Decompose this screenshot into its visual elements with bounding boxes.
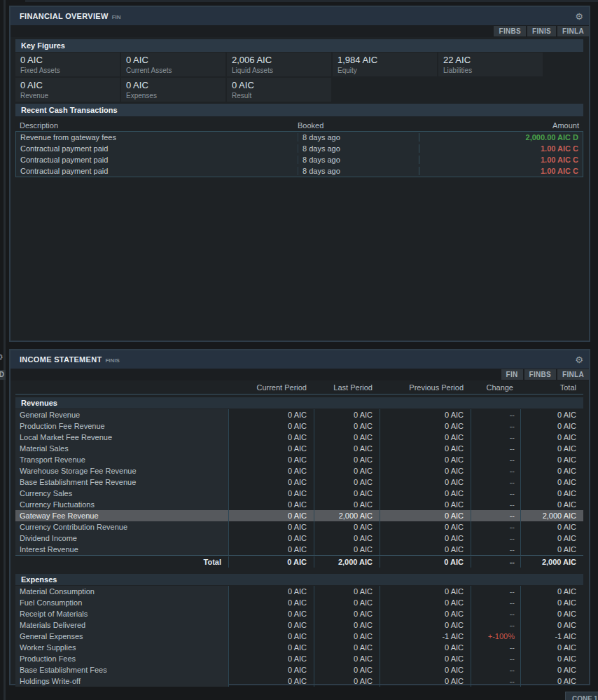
income-statement-row[interactable]: Fuel Consumption0 AIC0 AIC0 AIC--0 AIC bbox=[15, 597, 583, 608]
income-statement-row[interactable]: Dividend Income0 AIC0 AIC0 AIC--0 AIC bbox=[15, 533, 583, 544]
income-statement-row[interactable]: Currency Contribution Revenue0 AIC0 AIC0… bbox=[15, 521, 583, 533]
key-figure-label: Fixed Assets bbox=[20, 67, 120, 74]
row-value: -- bbox=[471, 619, 520, 631]
total-value: -- bbox=[471, 556, 520, 568]
command-button-bar: FINFINBSFINLA bbox=[11, 369, 589, 380]
row-value: -- bbox=[471, 608, 520, 619]
window-command-code: FIN bbox=[112, 14, 121, 20]
income-statement-row[interactable]: General Expenses0 AIC0 AIC-1 AIC+-100%-1… bbox=[15, 631, 583, 642]
row-value: 0 AIC bbox=[520, 642, 583, 653]
row-value: 0 AIC bbox=[314, 544, 380, 555]
income-statement-row[interactable]: Transport Revenue0 AIC0 AIC0 AIC--0 AIC bbox=[15, 454, 583, 465]
row-label: Production Fees bbox=[15, 653, 228, 664]
row-value: 0 AIC bbox=[380, 619, 471, 631]
key-figure-cell: 0 AICResult bbox=[227, 78, 331, 102]
transaction-description: Contractual payment paid bbox=[16, 156, 298, 164]
transaction-row[interactable]: Contractual payment paid8 days ago1.00 A… bbox=[16, 154, 583, 165]
key-figure-value: 1,984 AIC bbox=[338, 55, 437, 65]
income-statement-row[interactable]: Worker Supplies0 AIC0 AIC0 AIC--0 AIC bbox=[15, 642, 583, 653]
income-statement-row[interactable]: Holdings Write-off0 AIC0 AIC0 AIC--0 AIC bbox=[15, 675, 583, 687]
row-value: 0 AIC bbox=[228, 608, 314, 619]
row-value: -1 AIC bbox=[380, 631, 471, 642]
transaction-description: Revenue from gateway fees bbox=[16, 133, 298, 142]
row-value: 0 AIC bbox=[380, 586, 471, 597]
row-value: 0 AIC bbox=[228, 642, 314, 653]
income-statement-row[interactable]: Production Fees0 AIC0 AIC0 AIC--0 AIC bbox=[15, 653, 583, 664]
row-value: 0 AIC bbox=[228, 521, 314, 533]
income-statement-row[interactable]: Receipt of Materials0 AIC0 AIC0 AIC--0 A… bbox=[15, 608, 583, 619]
row-label: Receipt of Materials bbox=[15, 608, 228, 619]
row-value: 0 AIC bbox=[314, 476, 380, 488]
key-figure-cell: 0 AICCurrent Assets bbox=[121, 53, 225, 76]
row-value: 0 AIC bbox=[380, 510, 471, 521]
key-figures-row: 0 AICRevenue0 AICExpenses0 AICResult bbox=[15, 78, 583, 102]
row-value: 0 AIC bbox=[228, 409, 314, 420]
row-value: 0 AIC bbox=[314, 443, 380, 454]
command-button-finla[interactable]: FINLA bbox=[557, 369, 589, 380]
income-statement-row[interactable]: Production Fee Revenue0 AIC0 AIC0 AIC--0… bbox=[15, 420, 583, 432]
income-statement-row[interactable]: Base Establishment Fees0 AIC0 AIC0 AIC--… bbox=[15, 664, 583, 675]
financial-overview-titlebar[interactable]: FINANCIAL OVERVIEW FIN ⚙ bbox=[11, 7, 589, 25]
command-button-finbs[interactable]: FINBS bbox=[494, 26, 526, 36]
income-statement-column-headers: Current PeriodLast PeriodPrevious Period… bbox=[15, 380, 583, 394]
command-button-finbs[interactable]: FINBS bbox=[524, 369, 557, 380]
row-value: 0 AIC bbox=[228, 510, 314, 521]
income-statement-row[interactable]: General Revenue0 AIC0 AIC0 AIC--0 AIC bbox=[15, 409, 583, 420]
income-statement-titlebar[interactable]: INCOME STATEMENT FINIS ⚙ bbox=[11, 350, 589, 369]
key-figure-label: Current Assets bbox=[126, 67, 225, 74]
transaction-row[interactable]: Revenue from gateway fees8 days ago2,000… bbox=[16, 132, 583, 143]
income-statement-row[interactable]: Currency Fluctuations0 AIC0 AIC0 AIC--0 … bbox=[15, 499, 583, 510]
income-statement-row[interactable]: Warehouse Storage Fee Revenue0 AIC0 AIC0… bbox=[15, 465, 583, 476]
row-value: -- bbox=[471, 586, 520, 597]
row-value: 0 AIC bbox=[314, 642, 380, 653]
row-label: Materials Delivered bbox=[15, 619, 228, 631]
income-statement-row[interactable]: Interest Revenue0 AIC0 AIC0 AIC--0 AIC bbox=[15, 544, 583, 555]
row-value: 0 AIC bbox=[520, 653, 583, 664]
income-statement-row[interactable]: Materials Delivered0 AIC0 AIC0 AIC--0 AI… bbox=[15, 619, 583, 631]
row-label: Local Market Fee Revenue bbox=[15, 432, 228, 443]
income-statement-row[interactable]: Local Market Fee Revenue0 AIC0 AIC0 AIC-… bbox=[15, 432, 583, 443]
income-statement-row[interactable]: Material Sales0 AIC0 AIC0 AIC--0 AIC bbox=[15, 443, 583, 454]
income-statement-row[interactable]: Gateway Fee Revenue0 AIC2,000 AIC0 AIC--… bbox=[15, 510, 583, 521]
row-value: 0 AIC bbox=[520, 533, 583, 544]
row-value: -- bbox=[471, 653, 520, 664]
gear-icon[interactable]: ⚙ bbox=[575, 355, 583, 364]
row-value: 0 AIC bbox=[380, 454, 471, 465]
gear-icon[interactable]: ⚙ bbox=[575, 12, 583, 21]
row-value: 0 AIC bbox=[314, 533, 380, 544]
total-label: Total bbox=[15, 556, 228, 568]
background-button-fragment[interactable]: D bbox=[0, 370, 6, 380]
total-value: 2,000 AIC bbox=[314, 556, 380, 568]
row-value: 0 AIC bbox=[380, 664, 471, 675]
key-figure-value: 0 AIC bbox=[126, 55, 225, 65]
conf-taskbar-button[interactable]: CONF 1 bbox=[565, 692, 598, 700]
row-value: 0 AIC bbox=[380, 465, 471, 476]
command-button-finla[interactable]: FINLA bbox=[557, 26, 589, 36]
row-label: Material Consumption bbox=[15, 586, 228, 597]
gear-icon[interactable]: ⚙ bbox=[0, 352, 4, 362]
key-figure-label: Liquid Assets bbox=[232, 67, 331, 74]
total-value: 0 AIC bbox=[380, 556, 471, 568]
row-value: 0 AIC bbox=[520, 465, 583, 476]
row-label: Holdings Write-off bbox=[15, 675, 228, 687]
transaction-row[interactable]: Contractual payment paid8 days ago1.00 A… bbox=[16, 165, 583, 177]
income-statement-row[interactable]: Base Establishment Fee Revenue0 AIC0 AIC… bbox=[15, 476, 583, 488]
income-statement-row[interactable]: Material Consumption0 AIC0 AIC0 AIC--0 A… bbox=[15, 586, 583, 597]
row-value: 0 AIC bbox=[314, 432, 380, 443]
row-value: 0 AIC bbox=[380, 675, 471, 687]
income-statement-row[interactable]: Currency Sales0 AIC0 AIC0 AIC--0 AIC bbox=[15, 488, 583, 499]
row-value: 0 AIC bbox=[380, 533, 471, 544]
row-value: -- bbox=[471, 443, 520, 454]
row-value: 0 AIC bbox=[520, 420, 583, 432]
row-value: -- bbox=[471, 409, 520, 420]
section-heading-revenues: Revenues bbox=[15, 397, 583, 409]
key-figure-label: Revenue bbox=[20, 92, 120, 99]
key-figure-value: 0 AIC bbox=[126, 80, 225, 90]
row-value: -- bbox=[471, 544, 520, 555]
row-value: 0 AIC bbox=[314, 499, 380, 510]
transaction-row[interactable]: Contractual payment paid8 days ago1.00 A… bbox=[16, 143, 583, 154]
command-button-fin[interactable]: FIN bbox=[501, 369, 523, 380]
window-title: FINANCIAL OVERVIEW bbox=[20, 12, 109, 20]
command-button-finis[interactable]: FINIS bbox=[527, 26, 556, 36]
key-figure-label: Liabilities bbox=[443, 67, 543, 74]
